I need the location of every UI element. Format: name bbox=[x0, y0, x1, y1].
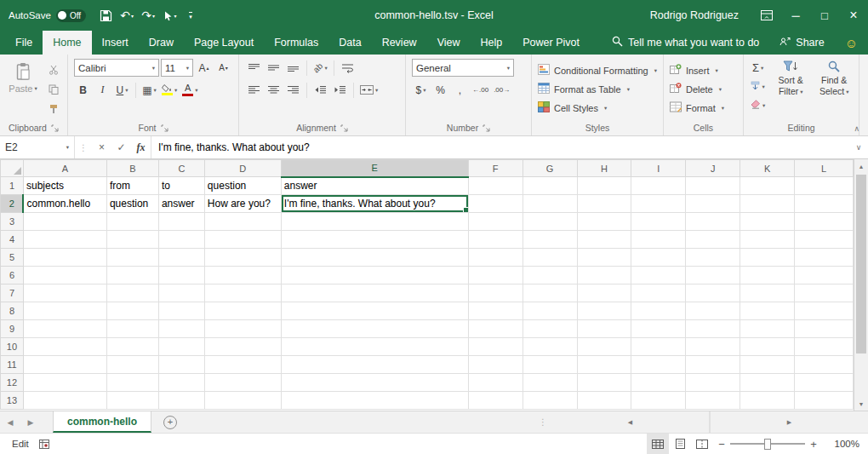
cell-B4[interactable] bbox=[106, 231, 158, 249]
name-box[interactable]: E2 ▾ bbox=[0, 136, 75, 158]
cell-H13[interactable] bbox=[577, 392, 631, 410]
borders-button[interactable]: ▦▾ bbox=[140, 81, 158, 99]
cell-L5[interactable] bbox=[795, 249, 854, 267]
page-break-view-button[interactable] bbox=[691, 434, 713, 454]
name-box-splitter[interactable]: ⋮ bbox=[75, 143, 92, 152]
cell-D13[interactable] bbox=[204, 392, 281, 410]
row-header-1[interactable]: 1 bbox=[1, 177, 24, 195]
cell-F7[interactable] bbox=[468, 284, 523, 302]
cell-I10[interactable] bbox=[631, 338, 686, 356]
align-top-button[interactable] bbox=[245, 59, 263, 77]
cell-I1[interactable] bbox=[631, 177, 686, 195]
vertical-scroll-thumb[interactable] bbox=[856, 175, 866, 353]
cell-K11[interactable] bbox=[740, 356, 795, 374]
cell-H11[interactable] bbox=[577, 356, 631, 374]
enter-entry-button[interactable]: ✓ bbox=[111, 141, 131, 153]
cell-F10[interactable] bbox=[468, 338, 523, 356]
cell-K12[interactable] bbox=[740, 374, 795, 392]
cell-J9[interactable] bbox=[686, 320, 740, 338]
column-header-I[interactable]: I bbox=[631, 160, 686, 177]
new-sheet-button[interactable]: + bbox=[163, 416, 177, 429]
orientation-button[interactable]: ab▾ bbox=[311, 59, 329, 77]
cell-H1[interactable] bbox=[577, 177, 631, 195]
cell-I9[interactable] bbox=[631, 320, 686, 338]
autosum-button[interactable]: Σ▾ bbox=[749, 59, 767, 77]
zoom-in-button[interactable]: + bbox=[805, 438, 822, 451]
cell-I4[interactable] bbox=[631, 231, 686, 249]
number-dialog-launcher[interactable] bbox=[483, 124, 490, 132]
decrease-indent-button[interactable] bbox=[311, 81, 329, 99]
ribbon-tab-help[interactable]: Help bbox=[471, 31, 513, 55]
cell-B2[interactable]: question bbox=[106, 195, 158, 213]
cell-A6[interactable] bbox=[23, 267, 106, 284]
ribbon-tab-draw[interactable]: Draw bbox=[139, 31, 184, 55]
column-header-D[interactable]: D bbox=[204, 160, 281, 177]
cell-B1[interactable]: from bbox=[106, 177, 158, 195]
column-header-J[interactable]: J bbox=[686, 160, 740, 177]
cell-J8[interactable] bbox=[686, 302, 740, 320]
cell-G11[interactable] bbox=[523, 356, 577, 374]
column-header-H[interactable]: H bbox=[577, 160, 631, 177]
paste-button[interactable]: Paste▾ bbox=[4, 58, 42, 118]
cell-A10[interactable] bbox=[23, 338, 106, 356]
cell-A8[interactable] bbox=[23, 302, 106, 320]
scroll-right-arrow[interactable]: ▶ bbox=[711, 416, 868, 429]
cell-E1[interactable]: answer bbox=[281, 177, 468, 195]
ribbon-display-options-button[interactable] bbox=[752, 0, 781, 31]
cell-C1[interactable]: to bbox=[158, 177, 204, 195]
cell-E8[interactable] bbox=[281, 302, 468, 320]
cell-D5[interactable] bbox=[204, 249, 281, 267]
cell-L11[interactable] bbox=[795, 356, 854, 374]
cell-L9[interactable] bbox=[795, 320, 854, 338]
column-header-L[interactable]: L bbox=[795, 160, 854, 177]
cell-G3[interactable] bbox=[523, 213, 577, 231]
cell-J2[interactable] bbox=[686, 195, 740, 213]
cell-D4[interactable] bbox=[204, 231, 281, 249]
scroll-down-arrow[interactable]: ▼ bbox=[854, 397, 868, 411]
align-center-button[interactable] bbox=[265, 81, 283, 99]
cell-L3[interactable] bbox=[795, 213, 854, 231]
ribbon-tab-view[interactable]: View bbox=[427, 31, 471, 55]
row-header-11[interactable]: 11 bbox=[1, 356, 24, 374]
cell-B8[interactable] bbox=[106, 302, 158, 320]
cell-H9[interactable] bbox=[577, 320, 631, 338]
scroll-up-arrow[interactable]: ▲ bbox=[854, 159, 868, 173]
cell-I7[interactable] bbox=[631, 284, 686, 302]
cell-K10[interactable] bbox=[740, 338, 795, 356]
ribbon-tab-file[interactable]: File bbox=[5, 31, 43, 55]
row-header-2[interactable]: 2 bbox=[1, 195, 24, 213]
font-dialog-launcher[interactable] bbox=[161, 124, 168, 132]
row-header-6[interactable]: 6 bbox=[1, 267, 24, 284]
cell-F13[interactable] bbox=[468, 392, 523, 410]
cell-C7[interactable] bbox=[158, 284, 204, 302]
cell-I12[interactable] bbox=[631, 374, 686, 392]
ribbon-tab-review[interactable]: Review bbox=[372, 31, 427, 55]
undo-button[interactable]: ↶▾ bbox=[117, 4, 136, 26]
decrease-font-size-button[interactable]: A▾ bbox=[214, 59, 232, 77]
cell-A2[interactable]: common.hello bbox=[23, 195, 106, 213]
column-header-C[interactable]: C bbox=[158, 160, 204, 177]
cell-A5[interactable] bbox=[23, 249, 106, 267]
cell-C3[interactable] bbox=[158, 213, 204, 231]
cell-F12[interactable] bbox=[468, 374, 523, 392]
share-button[interactable]: Share bbox=[779, 36, 824, 49]
cell-K6[interactable] bbox=[740, 267, 795, 284]
italic-button[interactable]: I bbox=[94, 81, 111, 99]
ribbon-tab-data[interactable]: Data bbox=[328, 31, 371, 55]
row-header-4[interactable]: 4 bbox=[1, 231, 24, 249]
cell-D3[interactable] bbox=[204, 213, 281, 231]
cell-B7[interactable] bbox=[106, 284, 158, 302]
cell-H7[interactable] bbox=[577, 284, 631, 302]
align-bottom-button[interactable] bbox=[284, 59, 302, 77]
cell-A1[interactable]: subjects bbox=[23, 177, 106, 195]
cell-J13[interactable] bbox=[686, 392, 740, 410]
cell-J3[interactable] bbox=[686, 213, 740, 231]
cell-C12[interactable] bbox=[158, 374, 204, 392]
scroll-left-arrow[interactable]: ◀ bbox=[551, 416, 709, 429]
row-header-9[interactable]: 9 bbox=[1, 320, 24, 338]
cell-F5[interactable] bbox=[468, 249, 523, 267]
cell-A7[interactable] bbox=[23, 284, 106, 302]
cell-K3[interactable] bbox=[740, 213, 795, 231]
save-icon[interactable] bbox=[96, 4, 115, 26]
clear-button[interactable]: ▾ bbox=[749, 96, 767, 114]
